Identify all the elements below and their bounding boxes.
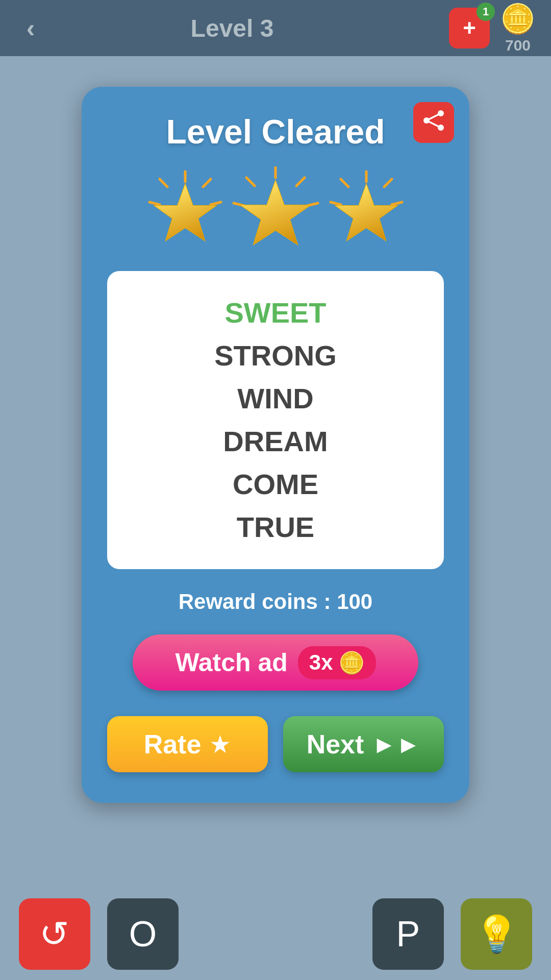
star-2 [231,166,320,251]
next-label: Next [307,729,364,760]
svg-line-8 [149,202,160,205]
word-true: TRUE [138,506,413,549]
watch-ad-label: Watch ad [175,648,287,677]
svg-line-7 [203,179,211,187]
svg-line-4 [427,120,441,128]
rate-button[interactable]: Rate ★ [107,716,268,772]
word-strong: STRONG [138,334,413,377]
coin-icon: 🪙 [338,650,365,675]
svg-line-3 [427,113,441,120]
rate-label: Rate [144,729,202,760]
svg-line-9 [211,202,221,205]
modal-title: Level Cleared [166,112,385,151]
reward-text: Reward coins : 100 [179,590,372,614]
header: ‹ Level 3 + 1 🪙 700 [0,0,551,56]
svg-line-21 [384,179,392,187]
modal-overlay: Level Cleared [0,56,551,980]
level-cleared-modal: Level Cleared [82,87,469,803]
share-button[interactable] [413,102,454,143]
coin-stack-icon: 🪙 [500,2,536,36]
word-wind: WIND [138,377,413,420]
share-icon [422,109,445,136]
star-1-svg [144,169,226,248]
watch-ad-button[interactable]: Watch ad 3x 🪙 [133,634,418,691]
plus-icon: + [463,15,476,41]
word-come: COME [138,463,413,506]
coins-amount: 700 [505,37,531,54]
star-2-svg [231,166,320,251]
svg-line-6 [160,179,167,187]
add-badge: 1 [477,3,495,21]
stars-container [144,166,407,251]
coins-display: 🪙 700 [500,2,536,54]
level-title: Level 3 [15,14,449,42]
svg-line-20 [341,179,348,187]
multiplier-text: 3x [309,650,333,675]
word-dream: DREAM [138,420,413,463]
next-arrow-icon: ►► [372,730,420,758]
word-sweet: SWEET [138,291,413,334]
svg-line-14 [296,178,305,186]
star-3 [325,169,407,248]
rate-star-icon: ★ [209,730,231,758]
svg-line-22 [331,202,341,205]
next-button[interactable]: Next ►► [283,716,444,772]
multiplier-badge: 3x 🪙 [298,646,376,679]
svg-line-13 [246,178,255,186]
header-right: + 1 🪙 700 [449,2,536,54]
svg-line-23 [392,202,402,205]
add-button[interactable]: + 1 [449,8,490,48]
bottom-buttons: Rate ★ Next ►► [107,716,444,772]
words-box: SWEET STRONG WIND DREAM COME TRUE [107,271,444,569]
star-3-svg [325,169,407,248]
star-1 [144,169,226,248]
